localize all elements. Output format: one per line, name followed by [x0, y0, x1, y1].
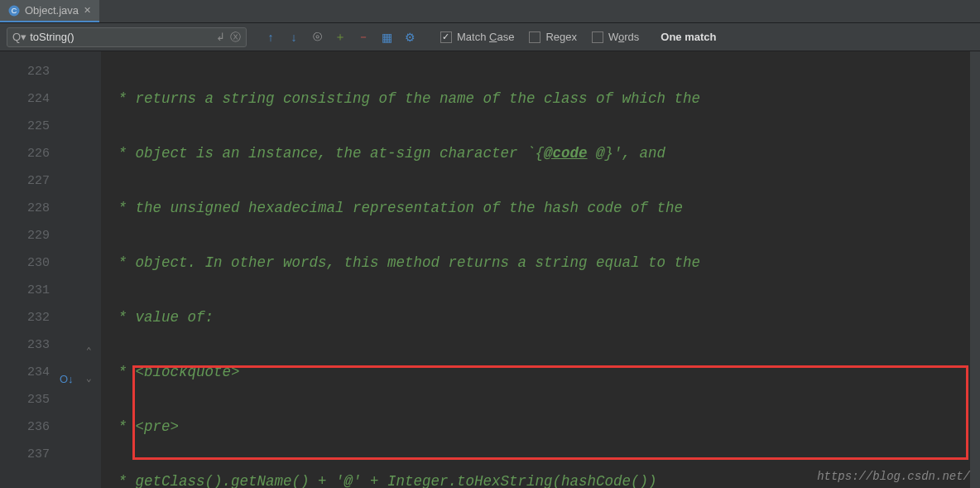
doc-comment: * <pre>	[109, 418, 179, 435]
doc-comment: * object. In other words, this method re…	[109, 254, 700, 271]
override-icon[interactable]: O↓	[60, 373, 74, 385]
line-number: 226	[0, 140, 50, 167]
search-icon: Q▾	[12, 31, 26, 43]
line-number: 229	[0, 222, 50, 249]
prev-match-icon[interactable]: ↑	[263, 30, 278, 45]
add-selection-icon[interactable]: ＋	[333, 30, 348, 45]
line-number: 223	[0, 58, 50, 85]
doc-comment: * getClass().getName() + '@' + Integer.t…	[109, 473, 657, 488]
svg-text:C: C	[12, 7, 17, 15]
find-options: Match Case Regex Words One match	[440, 31, 717, 43]
watermark: https://blog.csdn.net/	[817, 470, 970, 483]
editor: 2232242252262272282292302312322332342352…	[0, 51, 980, 488]
scrollbar[interactable]	[970, 51, 980, 488]
search-input[interactable]	[30, 31, 216, 43]
match-case-checkbox[interactable]: Match Case	[440, 31, 514, 43]
checkbox-icon	[529, 31, 540, 43]
find-toolbar: ↑ ↓ ⦾ ＋ － ▦ ⚙	[263, 30, 417, 45]
line-number: 236	[0, 413, 50, 441]
line-number: 225	[0, 113, 50, 140]
fold-column: ⌃ ⌄	[79, 51, 101, 488]
newline-icon[interactable]: ↲	[216, 31, 225, 43]
doc-comment: * <blockquote>	[109, 364, 240, 380]
match-count: One match	[661, 31, 716, 43]
close-icon[interactable]: ✕	[84, 5, 91, 16]
checkbox-icon	[592, 31, 603, 43]
marker-column: O↓	[58, 51, 79, 488]
line-number: 234	[0, 359, 50, 386]
line-number: 235	[0, 386, 50, 413]
tab-filename: Object.java	[25, 4, 79, 17]
select-occurrences-icon[interactable]: ▦	[379, 30, 394, 45]
regex-checkbox[interactable]: Regex	[529, 31, 577, 43]
fold-start-icon[interactable]: ⌄	[86, 373, 92, 384]
line-number: 232	[0, 304, 50, 331]
doc-comment: * the unsigned hexadecimal representatio…	[109, 200, 683, 216]
settings-icon[interactable]: ⚙	[402, 30, 417, 45]
line-number: 224	[0, 85, 50, 113]
line-number: 227	[0, 167, 50, 195]
doc-comment: * value of:	[109, 309, 214, 326]
file-tab[interactable]: C Object.java ✕	[0, 0, 99, 22]
words-checkbox[interactable]: Words	[592, 31, 639, 43]
java-class-icon: C	[8, 5, 20, 17]
checkbox-icon	[440, 31, 452, 43]
line-number: 230	[0, 249, 50, 277]
doc-comment: * returns a string consisting of the nam…	[109, 90, 700, 107]
tab-bar: C Object.java ✕	[0, 0, 980, 23]
line-gutter: 2232242252262272282292302312322332342352…	[0, 51, 58, 488]
doc-comment: @}', and	[588, 145, 666, 162]
next-match-icon[interactable]: ↓	[286, 30, 301, 45]
doc-tag: @code	[544, 145, 588, 162]
clear-icon[interactable]: ⓧ	[230, 30, 241, 45]
line-number: 228	[0, 195, 50, 222]
doc-comment: * object is an instance, the at-sign cha…	[109, 145, 544, 162]
remove-selection-icon[interactable]: －	[356, 30, 371, 45]
line-number: 231	[0, 277, 50, 304]
find-bar: Q▾ ↲ ⓧ ↑ ↓ ⦾ ＋ － ▦ ⚙ Match Case Regex Wo…	[0, 23, 980, 51]
code-area[interactable]: * returns a string consisting of the nam…	[101, 51, 980, 488]
line-number: 237	[0, 441, 50, 468]
search-box[interactable]: Q▾ ↲ ⓧ	[7, 27, 247, 47]
fold-end-icon[interactable]: ⌃	[86, 345, 92, 356]
line-number: 233	[0, 331, 50, 359]
select-all-icon[interactable]: ⦾	[310, 30, 324, 45]
